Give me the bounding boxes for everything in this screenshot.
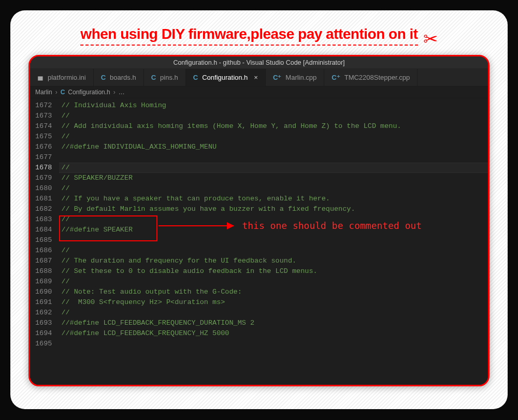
- file-type-icon: C: [193, 74, 198, 81]
- file-type-icon: C: [151, 74, 156, 81]
- file-type-icon: C⁺: [273, 74, 281, 81]
- file-type-icon: ≣: [37, 74, 44, 82]
- code-line: // Note: Test audio output with the G-Co…: [61, 287, 488, 297]
- code-line: //#define LCD_FEEDBACK_FREQUENCY_HZ 5000: [61, 328, 488, 339]
- close-icon[interactable]: ×: [254, 74, 258, 81]
- line-number: 1677: [35, 152, 52, 163]
- breadcrumb-file: Configuration.h: [68, 89, 110, 96]
- editor-tab[interactable]: ≣platformio.ini: [30, 69, 94, 86]
- line-number-gutter: 1672167316741675167616771678167916801681…: [30, 98, 59, 386]
- line-number: 1674: [35, 121, 52, 132]
- editor-tab[interactable]: Cboards.h: [94, 69, 144, 86]
- chevron-right-icon: [113, 89, 116, 96]
- instruction-card: when using DIY firmware,please pay atten…: [10, 10, 508, 409]
- line-number: 1693: [35, 318, 52, 328]
- code-line: //: [61, 308, 488, 318]
- code-line: //: [61, 214, 488, 225]
- code-line: //: [61, 277, 488, 287]
- code-line: [61, 339, 488, 349]
- line-number: 1682: [35, 204, 52, 214]
- line-number: 1683: [35, 214, 52, 225]
- vscode-window: Configuration.h - github - Visual Studio…: [28, 55, 490, 386]
- tab-label: platformio.ini: [48, 74, 86, 81]
- c-file-icon: C: [61, 89, 65, 96]
- code-line: // If you have a speaker that can produc…: [61, 194, 488, 204]
- code-area[interactable]: // Individual Axis Homing//// Add indivi…: [59, 98, 488, 386]
- editor-body[interactable]: 1672167316741675167616771678167916801681…: [30, 98, 488, 386]
- scissors-icon: ✂: [423, 30, 438, 48]
- titlebar: Configuration.h - github - Visual Studio…: [30, 56, 488, 69]
- file-type-icon: C: [101, 74, 106, 81]
- code-line: [61, 152, 488, 163]
- editor-tab[interactable]: C⁺TMC2208Stepper.cpp: [324, 69, 418, 86]
- code-line: //: [61, 183, 488, 194]
- line-number: 1679: [35, 173, 52, 183]
- code-line: //#define LCD_FEEDBACK_FREQUENCY_DURATIO…: [61, 318, 488, 328]
- tab-label: pins.h: [160, 74, 178, 81]
- editor-tab[interactable]: CConfiguration.h×: [186, 69, 266, 86]
- line-number: 1676: [35, 142, 52, 152]
- line-number: 1673: [35, 111, 52, 121]
- code-line: //#define SPEAKER: [61, 225, 488, 235]
- file-type-icon: C⁺: [332, 74, 340, 81]
- code-line: [61, 235, 488, 245]
- tab-label: Marlin.cpp: [285, 74, 316, 81]
- editor-tab[interactable]: C⁺Marlin.cpp: [266, 69, 324, 86]
- line-number: 1675: [35, 132, 52, 142]
- tab-label: Configuration.h: [202, 74, 248, 81]
- breadcrumb-more: …: [119, 89, 125, 96]
- tab-label: TMC2208Stepper.cpp: [344, 74, 410, 81]
- code-line: // M300 S<frequency Hz> P<duration ms>: [61, 297, 488, 308]
- line-number: 1687: [35, 256, 52, 266]
- code-line: //: [61, 245, 488, 256]
- line-number: 1688: [35, 266, 52, 277]
- editor-tab[interactable]: Cpins.h: [144, 69, 186, 86]
- code-line: //: [61, 111, 488, 121]
- line-number: 1692: [35, 308, 52, 318]
- code-line: // Add individual axis homing items (Hom…: [61, 121, 488, 132]
- code-line: //#define INDIVIDUAL_AXIS_HOMING_MENU: [61, 142, 488, 152]
- code-line: //: [61, 132, 488, 142]
- code-line: // By default Marlin assumes you have a …: [61, 204, 488, 214]
- code-line: // Individual Axis Homing: [61, 100, 488, 111]
- line-number: 1686: [35, 245, 52, 256]
- line-number: 1684: [35, 225, 52, 235]
- code-line: // SPEAKER/BUZZER: [61, 173, 488, 183]
- code-line: // Set these to 0 to disable audio feedb…: [61, 266, 488, 277]
- headline-text: when using DIY firmware,please pay atten…: [80, 26, 418, 46]
- line-number: 1685: [35, 235, 52, 245]
- line-number: 1695: [35, 339, 52, 349]
- headline-wrap: when using DIY firmware,please pay atten…: [28, 26, 490, 46]
- line-number: 1680: [35, 183, 52, 194]
- code-line: //: [61, 163, 488, 173]
- tab-label: boards.h: [110, 74, 136, 81]
- line-number: 1678: [35, 163, 52, 173]
- chevron-right-icon: [55, 89, 57, 96]
- code-line: // The duration and frequency for the UI…: [61, 256, 488, 266]
- line-number: 1681: [35, 194, 52, 204]
- breadcrumb-root: Marlin: [35, 89, 52, 96]
- editor-tabbar: ≣platformio.iniCboards.hCpins.hCConfigur…: [30, 69, 488, 86]
- line-number: 1691: [35, 297, 52, 308]
- line-number: 1690: [35, 287, 52, 297]
- line-number: 1672: [35, 100, 52, 111]
- breadcrumb[interactable]: Marlin C Configuration.h …: [30, 86, 488, 98]
- line-number: 1694: [35, 328, 52, 339]
- line-number: 1689: [35, 277, 52, 287]
